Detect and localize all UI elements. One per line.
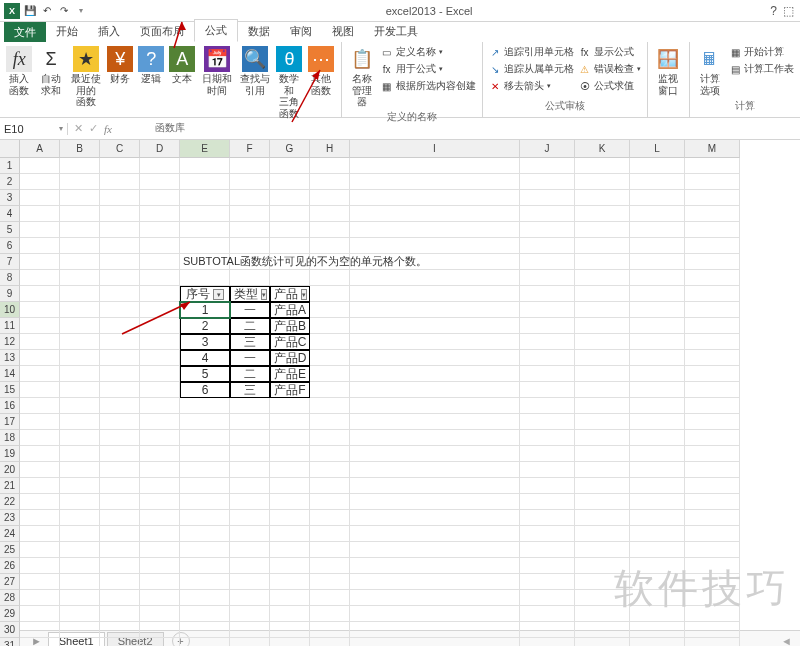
cell-D19[interactable] xyxy=(140,446,180,462)
row-header-23[interactable]: 23 xyxy=(0,510,20,526)
cell-L14[interactable] xyxy=(630,366,685,382)
cell-D16[interactable] xyxy=(140,398,180,414)
cell-C16[interactable] xyxy=(100,398,140,414)
cell-C9[interactable] xyxy=(100,286,140,302)
cell-D17[interactable] xyxy=(140,414,180,430)
tab-file[interactable]: 文件 xyxy=(4,22,46,42)
name-manager-button[interactable]: 📋名称 管理器 xyxy=(346,44,378,110)
cell-J1[interactable] xyxy=(520,158,575,174)
cell-H23[interactable] xyxy=(310,510,350,526)
cell-F10[interactable]: 一 xyxy=(230,302,270,318)
cell-I4[interactable] xyxy=(350,206,520,222)
cell-J17[interactable] xyxy=(520,414,575,430)
cell-C2[interactable] xyxy=(100,174,140,190)
cell-E18[interactable] xyxy=(180,430,230,446)
cell-I24[interactable] xyxy=(350,526,520,542)
cell-B29[interactable] xyxy=(60,606,100,622)
cell-J7[interactable] xyxy=(520,254,575,270)
cell-E7[interactable]: SUBTOTAL函数统计可见的不为空的单元格个数。 xyxy=(180,254,230,270)
cell-F28[interactable] xyxy=(230,590,270,606)
use-in-formula-button[interactable]: fx用于公式▾ xyxy=(379,61,478,77)
cell-K29[interactable] xyxy=(575,606,630,622)
select-all-corner[interactable] xyxy=(0,140,20,158)
col-header-I[interactable]: I xyxy=(350,140,520,158)
cell-L28[interactable] xyxy=(630,590,685,606)
cell-I11[interactable] xyxy=(350,318,520,334)
cell-E10[interactable]: 1 xyxy=(180,302,230,318)
cell-H5[interactable] xyxy=(310,222,350,238)
col-header-H[interactable]: H xyxy=(310,140,350,158)
cell-F11[interactable]: 二 xyxy=(230,318,270,334)
cell-J8[interactable] xyxy=(520,270,575,286)
cell-B5[interactable] xyxy=(60,222,100,238)
col-header-L[interactable]: L xyxy=(630,140,685,158)
cell-B3[interactable] xyxy=(60,190,100,206)
cell-I28[interactable] xyxy=(350,590,520,606)
cell-B1[interactable] xyxy=(60,158,100,174)
cell-F2[interactable] xyxy=(230,174,270,190)
trace-dependents-button[interactable]: ↘追踪从属单元格 xyxy=(487,61,576,77)
cell-L11[interactable] xyxy=(630,318,685,334)
cell-I30[interactable] xyxy=(350,622,520,638)
row-header-24[interactable]: 24 xyxy=(0,526,20,542)
cell-M19[interactable] xyxy=(685,446,740,462)
cell-A21[interactable] xyxy=(20,478,60,494)
cell-F19[interactable] xyxy=(230,446,270,462)
cell-I22[interactable] xyxy=(350,494,520,510)
row-header-21[interactable]: 21 xyxy=(0,478,20,494)
cell-D23[interactable] xyxy=(140,510,180,526)
col-header-E[interactable]: E xyxy=(180,140,230,158)
cell-D27[interactable] xyxy=(140,574,180,590)
cell-M12[interactable] xyxy=(685,334,740,350)
tab-data[interactable]: 数据 xyxy=(238,21,280,42)
filter-icon[interactable]: ▾ xyxy=(301,289,307,300)
insert-function-button[interactable]: fx插入函数 xyxy=(4,44,35,98)
cell-K23[interactable] xyxy=(575,510,630,526)
create-from-selection-button[interactable]: ▦根据所选内容创建 xyxy=(379,78,478,94)
cell-E21[interactable] xyxy=(180,478,230,494)
cell-I26[interactable] xyxy=(350,558,520,574)
tab-home[interactable]: 开始 xyxy=(46,21,88,42)
cell-G11[interactable]: 产品B xyxy=(270,318,310,334)
error-check-button[interactable]: ⚠错误检查▾ xyxy=(577,61,643,77)
cell-J6[interactable] xyxy=(520,238,575,254)
filter-icon[interactable]: ▾ xyxy=(213,289,224,300)
autosum-button[interactable]: Σ自动求和 xyxy=(36,44,67,98)
cell-C21[interactable] xyxy=(100,478,140,494)
cell-J2[interactable] xyxy=(520,174,575,190)
row-header-22[interactable]: 22 xyxy=(0,494,20,510)
cell-C8[interactable] xyxy=(100,270,140,286)
col-header-C[interactable]: C xyxy=(100,140,140,158)
cell-L5[interactable] xyxy=(630,222,685,238)
cell-H18[interactable] xyxy=(310,430,350,446)
cell-H11[interactable] xyxy=(310,318,350,334)
cell-M31[interactable] xyxy=(685,638,740,646)
cell-H17[interactable] xyxy=(310,414,350,430)
cell-G22[interactable] xyxy=(270,494,310,510)
cell-I31[interactable] xyxy=(350,638,520,646)
cell-J27[interactable] xyxy=(520,574,575,590)
cell-L24[interactable] xyxy=(630,526,685,542)
cell-H27[interactable] xyxy=(310,574,350,590)
cell-B14[interactable] xyxy=(60,366,100,382)
cell-L1[interactable] xyxy=(630,158,685,174)
row-header-8[interactable]: 8 xyxy=(0,270,20,286)
cell-J11[interactable] xyxy=(520,318,575,334)
cell-J22[interactable] xyxy=(520,494,575,510)
cell-A10[interactable] xyxy=(20,302,60,318)
cell-K15[interactable] xyxy=(575,382,630,398)
cell-K30[interactable] xyxy=(575,622,630,638)
cell-H31[interactable] xyxy=(310,638,350,646)
row-header-10[interactable]: 10 xyxy=(0,302,20,318)
cell-G28[interactable] xyxy=(270,590,310,606)
cell-J9[interactable] xyxy=(520,286,575,302)
show-formulas-button[interactable]: fx显示公式 xyxy=(577,44,643,60)
cell-J3[interactable] xyxy=(520,190,575,206)
row-header-15[interactable]: 15 xyxy=(0,382,20,398)
cell-C12[interactable] xyxy=(100,334,140,350)
filter-icon[interactable]: ▾ xyxy=(261,289,267,300)
row-header-6[interactable]: 6 xyxy=(0,238,20,254)
cell-M24[interactable] xyxy=(685,526,740,542)
cell-E9[interactable]: 序号▾ xyxy=(180,286,230,302)
cell-C24[interactable] xyxy=(100,526,140,542)
